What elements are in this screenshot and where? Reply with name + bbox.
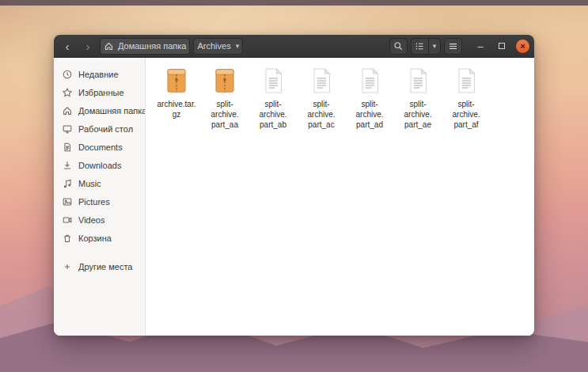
header-bar: ‹ › Домашняя папка Archives ▾ [54,35,534,58]
music-note-icon [62,178,73,189]
plus-icon [62,261,73,272]
minimize-button[interactable]: – [473,39,487,53]
sidebar-item-starred[interactable]: Избранные [54,83,145,101]
video-icon [62,214,73,226]
list-view-icon [415,41,425,51]
text-file-icon [305,64,337,97]
breadcrumb-home-button[interactable]: Домашняя папка [100,38,190,55]
download-icon [62,160,73,171]
sidebar-item-label: Pictures [78,197,110,207]
document-icon [62,142,73,153]
file-label: split- archive. part_ab [259,99,286,130]
file-label: split- archive. part_ac [307,99,335,130]
sidebar-item-label: Недавние [78,70,119,79]
window-controls: – × [473,39,529,53]
top-panel [0,0,588,6]
chevron-down-icon: ▾ [433,42,437,50]
search-icon [393,41,404,51]
close-button[interactable]: × [516,40,529,53]
files-window: ‹ › Домашняя папка Archives ▾ [54,35,534,336]
desktop-icon [62,123,73,135]
file-item[interactable]: archive.tar. gz [153,64,200,120]
sidebar-item-label: Videos [78,215,104,225]
maximize-icon [499,43,505,49]
sidebar-item-label: Music [78,179,101,188]
text-file-icon [450,64,482,97]
chevron-down-icon: ▾ [236,42,240,50]
view-switcher: ▾ [411,38,441,55]
sidebar-item-music[interactable]: Music [54,174,145,192]
desktop-background: ‹ › Домашняя папка Archives ▾ [0,0,588,372]
forward-button[interactable]: › [79,38,97,55]
home-icon [62,105,73,116]
view-options-button[interactable]: ▾ [428,38,441,55]
clock-icon [62,69,73,80]
sidebar-item-label: Домашняя папка [78,106,146,116]
file-label: split- archive. part_af [452,99,480,130]
file-label: archive.tar. gz [157,99,196,120]
sidebar-item-home[interactable]: Домашняя папка [54,101,145,120]
sidebar-item-other-locations[interactable]: Другие места [54,257,145,275]
picture-icon [62,196,73,207]
close-icon: × [520,41,525,51]
archive-icon [209,64,241,97]
sidebar: Недавние Избранные [54,58,146,336]
sidebar-item-label: Downloads [78,161,121,170]
file-grid: archive.tar. gz split- archive. part_aa [146,58,534,336]
file-item[interactable]: split- archive. part_ab [249,64,297,130]
file-item[interactable]: split- archive. part_aa [201,64,248,130]
file-label: split- archive. part_ae [404,99,431,130]
breadcrumb-home-label: Домашняя папка [118,41,186,51]
view-toggle-button[interactable] [411,38,428,55]
breadcrumb-current-label: Archives [197,41,230,51]
sidebar-item-trash[interactable]: Корзина [54,229,145,247]
search-button[interactable] [389,38,408,55]
sidebar-item-desktop[interactable]: Рабочий стол [54,120,145,138]
sidebar-item-label: Корзина [78,233,112,243]
sidebar-item-label: Documents [78,142,123,152]
breadcrumb-current-button[interactable]: Archives ▾ [193,38,243,55]
menu-button[interactable] [444,38,462,55]
maximize-button[interactable] [495,39,509,53]
file-item[interactable]: split- archive. part_ac [298,64,345,130]
sidebar-item-label: Избранные [78,88,124,97]
sidebar-item-documents[interactable]: Documents [54,138,145,156]
text-file-icon [257,64,289,97]
sidebar-item-downloads[interactable]: Downloads [54,156,145,174]
file-label: split- archive. part_aa [211,99,238,130]
sidebar-item-recent[interactable]: Недавние [54,65,145,83]
text-file-icon [354,64,385,97]
hamburger-menu-icon [448,41,458,51]
file-item[interactable]: split- archive. part_af [442,64,490,130]
file-item[interactable]: split- archive. part_ae [394,64,442,130]
file-item[interactable]: split- archive. part_ad [346,64,393,130]
archive-icon [161,64,192,97]
sidebar-item-label: Рабочий стол [78,124,133,134]
star-icon [62,87,73,98]
home-icon [104,41,114,51]
sidebar-item-pictures[interactable]: Pictures [54,192,145,211]
file-label: split- archive. part_ad [355,99,383,130]
trash-icon [62,233,73,244]
text-file-icon [402,64,434,97]
sidebar-item-label: Другие места [78,262,133,271]
sidebar-item-videos[interactable]: Videos [54,211,145,229]
back-button[interactable]: ‹ [59,38,76,55]
